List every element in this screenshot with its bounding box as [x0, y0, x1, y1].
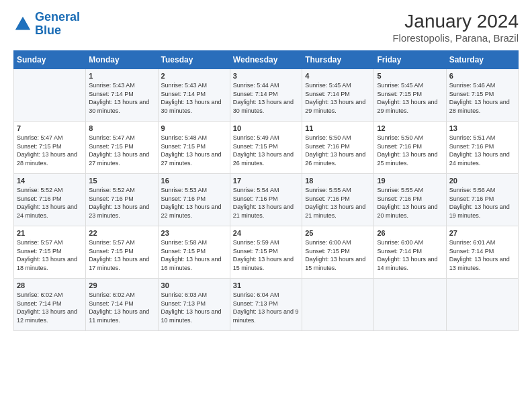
cell-content: Sunrise: 5:45 AMSunset: 7:15 PMDaylight:… [377, 81, 443, 115]
day-number: 29 [89, 281, 154, 289]
day-number: 1 [89, 72, 154, 80]
week-row-4: 28Sunrise: 6:02 AMSunset: 7:14 PMDayligh… [14, 279, 519, 331]
day-number: 14 [17, 177, 83, 185]
calendar-cell: 4Sunrise: 5:45 AMSunset: 7:14 PMDaylight… [302, 69, 374, 122]
day-number: 12 [377, 124, 443, 132]
day-number: 2 [161, 72, 227, 80]
svg-marker-1 [16, 18, 30, 28]
calendar-cell: 8Sunrise: 5:47 AMSunset: 7:15 PMDaylight… [86, 122, 158, 174]
cell-content: Sunrise: 5:55 AMSunset: 7:16 PMDaylight:… [377, 186, 443, 220]
day-number: 11 [305, 124, 371, 132]
calendar-cell [302, 279, 374, 331]
day-number: 15 [89, 177, 154, 185]
day-number: 26 [377, 229, 443, 237]
cell-content: Sunrise: 5:47 AMSunset: 7:15 PMDaylight:… [17, 134, 83, 167]
day-number: 4 [305, 72, 371, 80]
cell-content: Sunrise: 5:51 AMSunset: 7:16 PMDaylight:… [449, 134, 515, 167]
calendar-cell: 31Sunrise: 6:04 AMSunset: 7:13 PMDayligh… [230, 279, 302, 331]
calendar-cell: 12Sunrise: 5:50 AMSunset: 7:16 PMDayligh… [374, 122, 446, 174]
cell-content: Sunrise: 5:47 AMSunset: 7:15 PMDaylight:… [89, 134, 154, 167]
calendar-cell: 15Sunrise: 5:52 AMSunset: 7:16 PMDayligh… [86, 174, 158, 226]
day-number: 31 [233, 281, 299, 289]
cell-content: Sunrise: 6:00 AMSunset: 7:15 PMDaylight:… [305, 238, 371, 272]
calendar-cell: 1Sunrise: 5:43 AMSunset: 7:14 PMDaylight… [86, 69, 158, 122]
calendar-table: Sunday Monday Tuesday Wednesday Thursday… [13, 50, 519, 331]
calendar-cell: 5Sunrise: 5:45 AMSunset: 7:15 PMDaylight… [374, 69, 446, 122]
calendar-cell: 20Sunrise: 5:56 AMSunset: 7:16 PMDayligh… [446, 174, 518, 226]
week-row-2: 14Sunrise: 5:52 AMSunset: 7:16 PMDayligh… [14, 174, 519, 226]
cell-content: Sunrise: 5:54 AMSunset: 7:16 PMDaylight:… [233, 186, 299, 220]
cell-content: Sunrise: 5:59 AMSunset: 7:15 PMDaylight:… [233, 238, 299, 272]
title-block: January 2024 Florestopolis, Parana, Braz… [392, 11, 519, 44]
calendar-title: January 2024 [392, 11, 519, 32]
day-number: 28 [17, 281, 83, 289]
page: General Blue January 2024 Florestopolis,… [0, 0, 532, 338]
col-sunday: Sunday [14, 51, 86, 69]
cell-content: Sunrise: 6:00 AMSunset: 7:14 PMDaylight:… [377, 238, 443, 272]
calendar-cell: 7Sunrise: 5:47 AMSunset: 7:15 PMDaylight… [14, 122, 86, 174]
day-number: 16 [161, 177, 227, 185]
calendar-cell: 14Sunrise: 5:52 AMSunset: 7:16 PMDayligh… [14, 174, 86, 226]
calendar-cell: 9Sunrise: 5:48 AMSunset: 7:15 PMDaylight… [158, 122, 230, 174]
col-saturday: Saturday [446, 51, 518, 69]
day-number: 6 [449, 72, 515, 80]
day-number: 23 [161, 229, 227, 237]
calendar-cell [446, 279, 518, 331]
day-number: 3 [233, 72, 299, 80]
week-row-0: 1Sunrise: 5:43 AMSunset: 7:14 PMDaylight… [14, 69, 519, 122]
calendar-cell: 29Sunrise: 6:02 AMSunset: 7:14 PMDayligh… [86, 279, 158, 331]
week-row-1: 7Sunrise: 5:47 AMSunset: 7:15 PMDaylight… [14, 122, 519, 174]
calendar-cell: 6Sunrise: 5:46 AMSunset: 7:15 PMDaylight… [446, 69, 518, 122]
day-number: 13 [449, 124, 515, 132]
logo: General Blue [13, 11, 80, 38]
calendar-cell: 24Sunrise: 5:59 AMSunset: 7:15 PMDayligh… [230, 226, 302, 279]
cell-content: Sunrise: 5:55 AMSunset: 7:16 PMDaylight:… [305, 186, 371, 220]
day-number: 30 [161, 281, 227, 289]
cell-content: Sunrise: 5:44 AMSunset: 7:14 PMDaylight:… [233, 81, 299, 115]
cell-content: Sunrise: 5:57 AMSunset: 7:15 PMDaylight:… [89, 238, 154, 272]
col-monday: Monday [86, 51, 158, 69]
cell-content: Sunrise: 5:45 AMSunset: 7:14 PMDaylight:… [305, 81, 371, 115]
cell-content: Sunrise: 5:56 AMSunset: 7:16 PMDaylight:… [449, 186, 515, 220]
cell-content: Sunrise: 5:50 AMSunset: 7:16 PMDaylight:… [305, 134, 371, 167]
col-friday: Friday [374, 51, 446, 69]
calendar-cell: 10Sunrise: 5:49 AMSunset: 7:15 PMDayligh… [230, 122, 302, 174]
day-number: 19 [377, 177, 443, 185]
calendar-cell: 16Sunrise: 5:53 AMSunset: 7:16 PMDayligh… [158, 174, 230, 226]
calendar-cell: 11Sunrise: 5:50 AMSunset: 7:16 PMDayligh… [302, 122, 374, 174]
calendar-cell: 30Sunrise: 6:03 AMSunset: 7:13 PMDayligh… [158, 279, 230, 331]
calendar-cell: 28Sunrise: 6:02 AMSunset: 7:14 PMDayligh… [14, 279, 86, 331]
day-number: 17 [233, 177, 299, 185]
cell-content: Sunrise: 6:01 AMSunset: 7:14 PMDaylight:… [449, 238, 515, 272]
cell-content: Sunrise: 5:53 AMSunset: 7:16 PMDaylight:… [161, 186, 227, 220]
logo-text: General Blue [35, 11, 80, 38]
calendar-subtitle: Florestopolis, Parana, Brazil [392, 32, 519, 44]
col-tuesday: Tuesday [158, 51, 230, 69]
cell-content: Sunrise: 5:57 AMSunset: 7:15 PMDaylight:… [17, 238, 83, 272]
calendar-cell: 25Sunrise: 6:00 AMSunset: 7:15 PMDayligh… [302, 226, 374, 279]
calendar-cell: 22Sunrise: 5:57 AMSunset: 7:15 PMDayligh… [86, 226, 158, 279]
day-number: 22 [89, 229, 154, 237]
day-number: 24 [233, 229, 299, 237]
header-row: Sunday Monday Tuesday Wednesday Thursday… [14, 51, 519, 69]
calendar-cell: 23Sunrise: 5:58 AMSunset: 7:15 PMDayligh… [158, 226, 230, 279]
day-number: 5 [377, 72, 443, 80]
cell-content: Sunrise: 5:43 AMSunset: 7:14 PMDaylight:… [161, 81, 227, 115]
col-thursday: Thursday [302, 51, 374, 69]
calendar-cell: 21Sunrise: 5:57 AMSunset: 7:15 PMDayligh… [14, 226, 86, 279]
day-number: 18 [305, 177, 371, 185]
cell-content: Sunrise: 5:50 AMSunset: 7:16 PMDaylight:… [377, 134, 443, 167]
cell-content: Sunrise: 5:48 AMSunset: 7:15 PMDaylight:… [161, 134, 227, 167]
cell-content: Sunrise: 5:52 AMSunset: 7:16 PMDaylight:… [17, 186, 83, 220]
day-number: 25 [305, 229, 371, 237]
calendar-cell: 18Sunrise: 5:55 AMSunset: 7:16 PMDayligh… [302, 174, 374, 226]
day-number: 27 [449, 229, 515, 237]
day-number: 7 [17, 124, 83, 132]
day-number: 8 [89, 124, 154, 132]
calendar-cell [374, 279, 446, 331]
day-number: 9 [161, 124, 227, 132]
cell-content: Sunrise: 5:46 AMSunset: 7:15 PMDaylight:… [449, 81, 515, 115]
day-number: 21 [17, 229, 83, 237]
cell-content: Sunrise: 6:02 AMSunset: 7:14 PMDaylight:… [17, 291, 83, 324]
cell-content: Sunrise: 5:58 AMSunset: 7:15 PMDaylight:… [161, 238, 227, 272]
